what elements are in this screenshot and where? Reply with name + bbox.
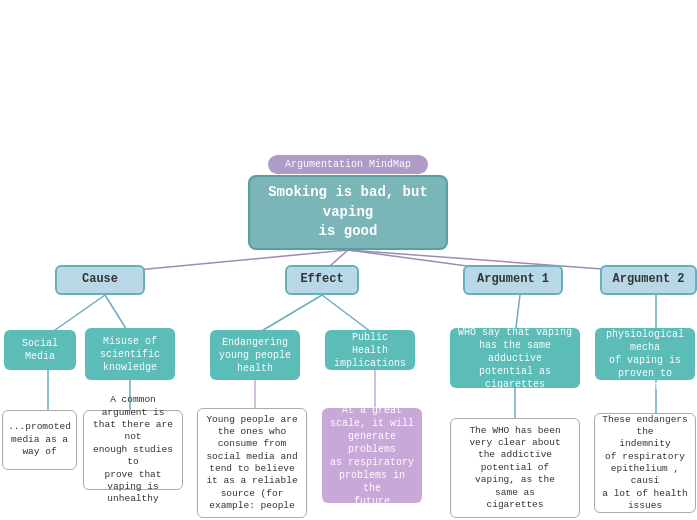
main-node: Smoking is bad, but vaping is good [248, 175, 448, 250]
node-who-vaping: WHO say that vaping has the same adducti… [450, 328, 580, 388]
category-arg1: Argument 1 [463, 265, 563, 295]
svg-line-9 [322, 295, 375, 335]
mindmap-container: Argumentation MindMap Smoking is bad, bu… [0, 0, 697, 520]
node-social-promoted: ...promoted media as a way of [2, 410, 77, 470]
root-label: Argumentation MindMap [268, 155, 428, 174]
node-physiological-sub: These endangers the indemnity of respira… [594, 413, 696, 513]
node-who-sub: The WHO has been very clear about the ad… [450, 418, 580, 518]
node-endangering: Endangering young people health [210, 330, 300, 380]
category-effect: Effect [285, 265, 359, 295]
node-public-sub: At a great scale, it will generate probl… [322, 408, 422, 503]
category-arg2: Argument 2 [600, 265, 697, 295]
node-misuse: Misuse of scientific knowledge [85, 328, 175, 380]
node-public-health: Public Health implications [325, 330, 415, 370]
svg-line-8 [255, 295, 322, 335]
node-misuse-sub: A common argument is that there are not … [83, 410, 183, 490]
node-physiological: The physiological mecha of vaping is pro… [595, 328, 695, 380]
node-endangering-sub: Young people are the ones who consume fr… [197, 408, 307, 518]
node-social-media: Social Media [4, 330, 76, 370]
category-cause: Cause [55, 265, 145, 295]
